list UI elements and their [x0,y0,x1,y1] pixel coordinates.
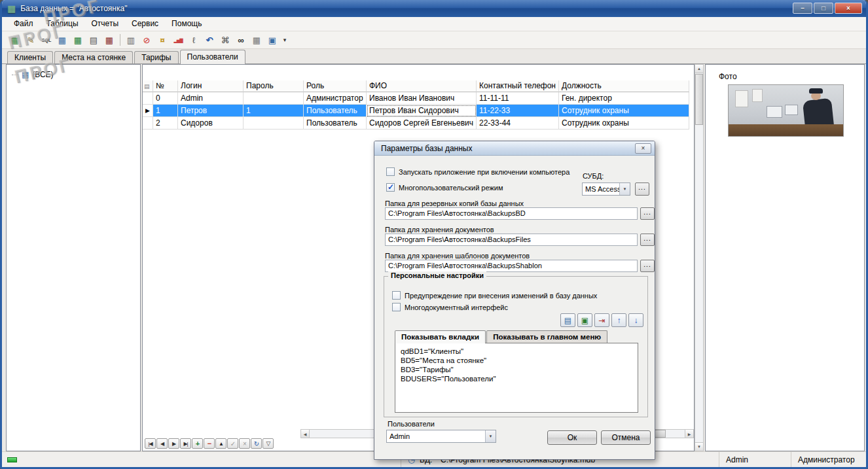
scroll-left-icon[interactable]: ◀ [301,430,310,438]
menu-tables[interactable]: Таблицы [40,17,85,31]
list-item[interactable]: BD3="Тарифы" [401,365,632,374]
undo-button[interactable]: ↶ [202,33,217,47]
export-excel-button[interactable]: ▦ [70,33,86,47]
templates-folder-input[interactable]: C:\Program Files\Автостоянка\BackupsShab… [385,260,638,272]
attachment-button[interactable]: ℓ [186,33,202,47]
menu-service[interactable]: Сервис [125,17,165,31]
table-row[interactable]: 0 Admin Администратор Иванов Иван Иванов… [143,92,689,105]
grid-cell[interactable] [244,92,304,105]
list-item[interactable]: BDUSERS="Пользователи" [401,374,632,383]
warn-checkbox[interactable] [392,291,401,300]
copy-button[interactable]: ▥ [123,33,139,47]
col-header-password[interactable]: Пароль [244,80,304,92]
grid-cell[interactable]: 2 [153,117,178,130]
nav-edit-button[interactable]: ▲ [215,438,226,449]
settings-button[interactable]: ▣ [264,33,280,47]
dropdown-arrow-icon[interactable] [485,430,496,442]
maximize-button[interactable]: □ [814,3,833,14]
table-row[interactable]: 2 Сидоров Пользователь Сидоров Сергей Ев… [143,117,689,130]
grid-cell[interactable]: 1 [153,105,178,117]
cancel-button[interactable]: Отмена [601,430,651,445]
menu-help[interactable]: Помощь [165,17,208,31]
tab-tariffs[interactable]: Тарифы [134,51,178,63]
grid-cell[interactable]: Пользователь [304,105,367,117]
grid-cell[interactable]: Петров [178,105,244,117]
col-header-role[interactable]: Роль [304,80,367,92]
grid-cell[interactable]: Сидоров [178,117,244,130]
tab-clients[interactable]: Клиенты [7,51,53,63]
tab-users[interactable]: Пользователи [180,50,245,64]
templates-folder-browse-button[interactable]: ... [640,260,655,272]
scroll-up-icon[interactable]: ▲ [695,65,703,73]
sql-query-button[interactable]: SQL [39,33,54,47]
nav-cancel-button[interactable]: × [239,438,250,449]
dialog-titlebar[interactable]: Параметры базы данных [374,141,655,156]
documents-folder-input[interactable]: C:\Program Files\Автостоянка\BackupsFile… [385,234,638,246]
dbms-select[interactable]: MS Access [582,182,630,196]
backup-folder-input[interactable]: C:\Program Files\Автостоянка\BackupsBD [385,207,638,220]
titlebar[interactable]: ▦ База данных = "Автостоянка" – □ × [2,0,866,17]
table-row-selected[interactable]: ▶ 1 Петров 1 Пользователь Петров Иван Си… [143,105,689,117]
grid-cell[interactable]: Сотрудник охраны [559,117,689,130]
structure-button[interactable]: ⌘ [217,33,233,47]
nav-next-button[interactable]: ▶ [168,438,179,449]
vertical-scrollbar[interactable]: ▲ ▼ [695,64,704,451]
multiuser-checkbox[interactable] [386,183,395,192]
apply-settings-button[interactable]: ⇥ [594,313,609,327]
grid-cell[interactable]: Сотрудник охраны [559,105,689,117]
dbms-browse-button[interactable]: ... [635,182,649,196]
toolbar-more-button[interactable]: ▾ [280,33,289,47]
search-button[interactable]: ∞ [233,33,249,47]
move-down-button[interactable]: ↓ [628,313,643,327]
dialog-tab-show-tabs[interactable]: Показывать вкладки [395,330,486,343]
scroll-right-icon[interactable]: ▶ [685,430,693,438]
calendar-button[interactable]: ▦ [249,33,264,47]
menu-reports[interactable]: Отчеты [85,17,125,31]
grid-cell[interactable]: Сидоров Сергей Евгеньевич [367,117,477,130]
nav-prior-button[interactable]: ◀ [156,438,168,449]
grid-cell[interactable]: Ген. директор [559,92,689,105]
tree-node-all[interactable]: ▦ (ВСЕ) [7,65,140,79]
tabs-list[interactable]: qdBD1="Клиенты" BD5="Места на стоянке" B… [395,343,638,413]
mdi-checkbox[interactable] [392,303,401,311]
grid-cell[interactable]: Admin [178,92,244,105]
tab-parking-places[interactable]: Места на стоянке [54,51,133,63]
col-header-phone[interactable]: Контактный телефон [477,80,559,92]
grid-cell[interactable]: 1 [244,105,304,117]
col-header-num[interactable]: № [153,80,178,92]
minimize-button[interactable]: – [793,3,812,14]
list-item[interactable]: qdBD1="Клиенты" [401,347,632,356]
grid-cell[interactable] [244,117,304,130]
grid-cell[interactable]: Администратор [304,92,367,105]
dropdown-arrow-icon[interactable] [619,183,630,195]
grid-cell[interactable]: Пользователь [304,117,367,130]
export-settings-button[interactable]: ▤ [560,313,575,327]
clock-button[interactable]: ⊘ [139,33,154,47]
documents-folder-browse-button[interactable]: ... [640,234,655,246]
nav-last-button[interactable]: ▶| [180,438,191,449]
nav-first-button[interactable]: |◀ [145,438,156,449]
save-settings-button[interactable]: ▣ [577,313,592,327]
list-item[interactable]: BD5="Места на стоянке" [401,356,632,365]
move-up-button[interactable]: ↑ [611,313,626,327]
nav-delete-button[interactable]: − [204,438,215,449]
delete-table-button[interactable]: ▦ [101,33,117,47]
nav-refresh-button[interactable]: ↻ [251,438,262,449]
open-table-button[interactable]: ▦ [54,33,70,47]
print-table-button[interactable]: ▤ [86,33,101,47]
autostart-checkbox[interactable] [386,167,395,176]
ok-button[interactable]: Ок [547,430,597,445]
users-select[interactable]: Admin [386,430,496,443]
grid-cell-focused[interactable]: Петров Иван Сидорович [367,105,477,117]
nav-insert-button[interactable]: + [192,438,203,449]
payments-button[interactable]: ¤ [154,33,170,47]
chart-button[interactable]: ▂▅▇ [170,33,186,47]
grid-cell[interactable]: 11-22-33 [477,105,559,117]
nav-post-button[interactable]: ✓ [227,438,238,449]
edit-table-button[interactable]: ✎ [23,33,39,47]
dialog-close-button[interactable]: × [635,143,651,154]
nav-filter-button[interactable]: ▽ [262,438,274,449]
grid-cell[interactable]: 0 [153,92,178,105]
scrollbar-thumb[interactable] [695,74,703,125]
col-header-fio[interactable]: ФИО [367,80,477,92]
